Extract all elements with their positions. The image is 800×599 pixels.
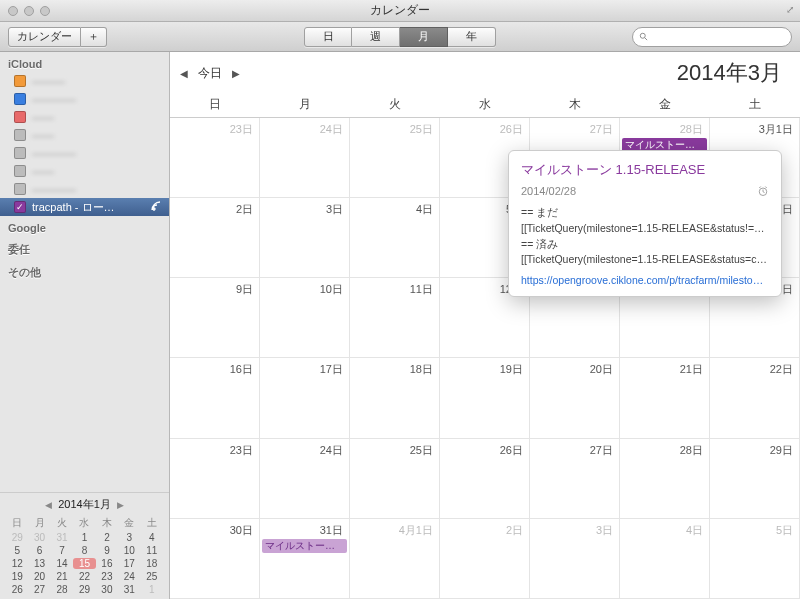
mini-day[interactable]: 2 (96, 532, 118, 543)
day-cell[interactable]: 19日 (440, 358, 530, 438)
mini-day[interactable]: 13 (28, 558, 50, 569)
mini-day[interactable]: 27 (28, 584, 50, 595)
day-cell[interactable]: 29日 (710, 439, 800, 519)
popover-link[interactable]: https://opengroove.ciklone.com/p/tracfar… (521, 274, 769, 286)
mini-day[interactable]: 1 (141, 584, 163, 595)
mini-day[interactable]: 20 (28, 571, 50, 582)
next-month-icon[interactable]: ▶ (232, 68, 240, 79)
sidebar-item[interactable]: ———— (0, 180, 169, 198)
day-cell[interactable]: 4日 (350, 198, 440, 278)
day-cell[interactable]: 4日 (620, 519, 710, 599)
sidebar-item[interactable]: —— (0, 108, 169, 126)
view-month[interactable]: 月 (400, 27, 448, 47)
mini-day[interactable]: 12 (6, 558, 28, 569)
sidebar-item[interactable]: ✓tracpath - ロー… (0, 198, 169, 216)
day-cell[interactable]: 10日 (260, 278, 350, 358)
view-week[interactable]: 週 (352, 27, 400, 47)
search-input[interactable] (632, 27, 792, 47)
mini-day[interactable]: 1 (73, 532, 95, 543)
prev-month-icon[interactable]: ◀ (180, 68, 188, 79)
sidebar-item[interactable]: ——— (0, 72, 169, 90)
day-number: 25日 (410, 122, 433, 137)
day-cell[interactable]: 3日 (530, 519, 620, 599)
day-cell[interactable]: 4月1日 (350, 519, 440, 599)
day-cell[interactable]: 26日 (440, 439, 530, 519)
day-cell[interactable]: 17日 (260, 358, 350, 438)
mini-day[interactable]: 22 (73, 571, 95, 582)
alarm-icon[interactable] (757, 185, 769, 197)
today-button[interactable]: 今日 (198, 65, 222, 82)
calendar-checkbox[interactable] (14, 75, 26, 87)
mini-day[interactable]: 29 (73, 584, 95, 595)
day-cell[interactable]: 2日 (440, 519, 530, 599)
day-cell[interactable]: 11日 (350, 278, 440, 358)
mini-day[interactable]: 9 (96, 545, 118, 556)
day-cell[interactable]: 30日 (170, 519, 260, 599)
view-year[interactable]: 年 (448, 27, 496, 47)
sidebar-item[interactable]: —— (0, 162, 169, 180)
mini-day[interactable]: 31 (51, 532, 73, 543)
sidebar-item[interactable]: ———— (0, 90, 169, 108)
day-cell[interactable]: 2日 (170, 198, 260, 278)
mini-day[interactable]: 7 (51, 545, 73, 556)
mini-day[interactable]: 8 (73, 545, 95, 556)
mini-prev-icon[interactable]: ◀ (45, 500, 52, 510)
mini-day[interactable]: 30 (28, 532, 50, 543)
mini-day[interactable]: 5 (6, 545, 28, 556)
mini-day[interactable]: 26 (6, 584, 28, 595)
day-cell[interactable]: 23日 (170, 118, 260, 198)
day-cell[interactable]: 16日 (170, 358, 260, 438)
calendar-checkbox[interactable] (14, 147, 26, 159)
mini-day[interactable]: 29 (6, 532, 28, 543)
mini-day[interactable]: 24 (118, 571, 140, 582)
day-cell[interactable]: 21日 (620, 358, 710, 438)
mini-calendar[interactable]: ◀ 2014年1月 ▶ 日月火水木金土293031123456789101112… (0, 492, 169, 599)
mini-day[interactable]: 28 (51, 584, 73, 595)
calendar-checkbox[interactable]: ✓ (14, 201, 26, 213)
mini-day[interactable]: 11 (141, 545, 163, 556)
popover-title[interactable]: マイルストーン 1.15-RELEASE (521, 161, 769, 179)
mini-day[interactable]: 10 (118, 545, 140, 556)
calendar-checkbox[interactable] (14, 129, 26, 141)
mini-day[interactable]: 30 (96, 584, 118, 595)
calendar-checkbox[interactable] (14, 183, 26, 195)
day-cell[interactable]: 25日 (350, 118, 440, 198)
mini-day[interactable]: 3 (118, 532, 140, 543)
sidebar-item[interactable]: —— (0, 126, 169, 144)
mini-day[interactable]: 18 (141, 558, 163, 569)
mini-day[interactable]: 17 (118, 558, 140, 569)
day-cell[interactable]: 24日 (260, 118, 350, 198)
day-cell[interactable]: 5日 (710, 519, 800, 599)
mini-day[interactable]: 19 (6, 571, 28, 582)
day-cell[interactable]: 31日マイルストー… (260, 519, 350, 599)
day-cell[interactable]: 20日 (530, 358, 620, 438)
day-cell[interactable]: 28日 (620, 439, 710, 519)
add-button[interactable]: ＋ (81, 27, 107, 47)
mini-day[interactable]: 14 (51, 558, 73, 569)
calendars-button[interactable]: カレンダー (8, 27, 81, 47)
mini-day[interactable]: 16 (96, 558, 118, 569)
mini-day[interactable]: 21 (51, 571, 73, 582)
mini-day[interactable]: 4 (141, 532, 163, 543)
mini-day[interactable]: 15 (73, 558, 95, 569)
mini-day[interactable]: 31 (118, 584, 140, 595)
day-cell[interactable]: 3日 (260, 198, 350, 278)
day-cell[interactable]: 22日 (710, 358, 800, 438)
calendar-checkbox[interactable] (14, 165, 26, 177)
mini-day[interactable]: 23 (96, 571, 118, 582)
day-cell[interactable]: 9日 (170, 278, 260, 358)
calendar-checkbox[interactable] (14, 93, 26, 105)
day-cell[interactable]: 18日 (350, 358, 440, 438)
calendar-checkbox[interactable] (14, 111, 26, 123)
fullscreen-icon[interactable]: ⤢ (786, 4, 794, 15)
view-day[interactable]: 日 (304, 27, 352, 47)
mini-day[interactable]: 25 (141, 571, 163, 582)
event-chip[interactable]: マイルストー… (262, 539, 347, 553)
mini-next-icon[interactable]: ▶ (117, 500, 124, 510)
day-cell[interactable]: 23日 (170, 439, 260, 519)
sidebar-item[interactable]: ———— (0, 144, 169, 162)
mini-day[interactable]: 6 (28, 545, 50, 556)
day-cell[interactable]: 24日 (260, 439, 350, 519)
day-cell[interactable]: 25日 (350, 439, 440, 519)
day-cell[interactable]: 27日 (530, 439, 620, 519)
